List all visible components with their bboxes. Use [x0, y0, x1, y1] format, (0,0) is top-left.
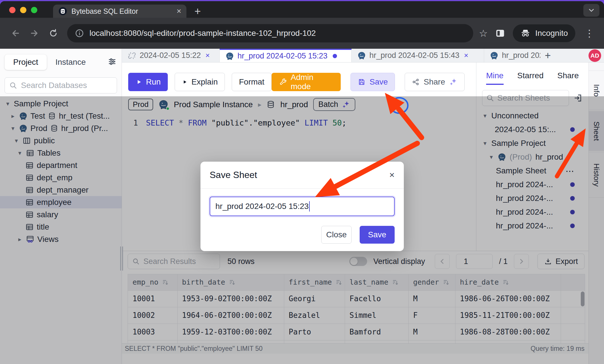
prev-page-button[interactable] [435, 254, 450, 269]
sheet-item-sample[interactable]: Sample Sheet ⋯ [476, 164, 589, 178]
sort-icon[interactable] [443, 279, 450, 286]
tree-item-table-dept-manager[interactable]: dept_manager [0, 184, 122, 196]
minimize-window-button[interactable] [20, 7, 26, 13]
tree-item-tables-group[interactable]: ▾ Tables [0, 147, 122, 159]
cell[interactable]: 1954-05-01T00:00:00Z [177, 340, 284, 343]
filter-button[interactable] [107, 57, 117, 68]
cell[interactable]: Parto [284, 324, 345, 340]
database-name[interactable]: hr_prod [280, 100, 308, 109]
cell[interactable]: M [408, 340, 455, 343]
tab-share[interactable]: Share [557, 71, 579, 80]
dialog-close-button[interactable]: Close [321, 226, 352, 244]
sheet-item[interactable]: hr_prod 2024-... [476, 219, 589, 233]
cell[interactable]: 10001 [128, 290, 177, 307]
chevron-down-icon[interactable]: ▾ [13, 137, 20, 144]
editor-tab-active[interactable]: hr_prod 2024-02-05 15:23 [220, 49, 352, 62]
sheet-group-unconnected[interactable]: ▾ Unconnected [476, 109, 589, 123]
vertical-display-toggle[interactable] [349, 257, 367, 266]
column-header[interactable]: gender [408, 274, 455, 290]
new-tab-button[interactable]: + [194, 6, 201, 16]
chevron-right-icon[interactable]: ▸ [10, 113, 16, 120]
sheet-item[interactable]: hr_prod 2024-... [476, 205, 589, 219]
cell[interactable]: Georgi [284, 290, 345, 307]
cell[interactable]: 1986-06-26T00:00:00Z [455, 290, 561, 307]
sort-icon[interactable] [162, 279, 169, 286]
sort-icon[interactable] [392, 279, 399, 286]
table-row[interactable]: 100021964-06-02T00:00:00ZBezalelSimmelF1… [128, 307, 585, 324]
open-sheet-icon[interactable] [573, 93, 583, 103]
tab-mine[interactable]: Mine [486, 71, 504, 85]
cell[interactable]: 10003 [128, 324, 177, 340]
tree-item-prod-db[interactable]: ▾ Prod hr_prod (Pr... [0, 122, 122, 134]
sort-icon[interactable] [229, 279, 236, 286]
sheet-connection[interactable]: ▾ (Prod) hr_prod [476, 150, 589, 164]
tab-instance[interactable]: Instance [47, 54, 94, 70]
tree-item-table-employee-selected[interactable]: employee [0, 196, 122, 208]
user-avatar[interactable]: AD [589, 49, 601, 62]
cell[interactable]: Facello [345, 290, 408, 307]
browser-menu-icon[interactable]: ⋮ [583, 28, 596, 39]
tab-sheet[interactable]: Sheet [589, 111, 604, 151]
search-databases-input[interactable]: Search Databases [5, 77, 117, 93]
tab-info[interactable]: Info [589, 71, 604, 110]
address-bar[interactable]: localhost:8080/sql-editor/prod-sample-in… [67, 24, 473, 42]
tab-starred[interactable]: Starred [517, 71, 544, 80]
window-controls[interactable] [9, 7, 37, 13]
editor-tab-unsaved[interactable]: 2024-02-05 15:22 × [122, 49, 220, 62]
cell[interactable]: M [408, 324, 455, 340]
maximize-window-button[interactable] [31, 7, 37, 13]
cell[interactable]: Bezalel [284, 307, 345, 324]
table-row[interactable]: 100031959-12-03T00:00:00ZPartoBamfordM19… [128, 324, 585, 340]
sheet-item[interactable]: hr_prod 2024-... [476, 178, 589, 191]
editor-tab-1543[interactable]: hr_prod 2024-02-05 15:43 × [352, 49, 484, 62]
tree-item-test-db[interactable]: ▸ Test hr_test (Test... [0, 110, 122, 122]
grid-scrollbar[interactable] [581, 291, 584, 306]
close-dialog-icon[interactable]: × [389, 170, 395, 180]
cell[interactable]: M [408, 290, 455, 307]
sheet-group-project[interactable]: ▾ Sample Project [476, 136, 589, 150]
cell[interactable]: Chirstian [284, 340, 345, 343]
close-tab-icon[interactable]: × [464, 51, 468, 60]
chevron-down-icon[interactable]: ▾ [488, 154, 494, 161]
sql-code-line[interactable]: 1 SELECT * FROM "public"."employee" LIMI… [132, 118, 476, 127]
new-sheet-tab-button[interactable]: + [540, 49, 555, 62]
close-tab-icon[interactable]: × [177, 7, 181, 16]
cell[interactable]: 1964-06-02T00:00:00Z [177, 307, 284, 324]
sort-icon[interactable] [502, 279, 510, 286]
cell[interactable]: Koblick [345, 340, 408, 343]
admin-mode-button[interactable]: Admin mode [272, 73, 341, 91]
tab-history[interactable]: History [589, 152, 604, 198]
environment-chip[interactable]: Prod [128, 99, 153, 110]
column-header[interactable]: birth_date [177, 274, 284, 290]
tree-item-table-salary[interactable]: salary [0, 208, 122, 221]
table-row[interactable]: 100011953-09-02T00:00:00ZGeorgiFacelloM1… [128, 290, 585, 307]
sheet-item[interactable]: 2024-02-05 15:... [476, 123, 589, 136]
share-button[interactable]: Share [405, 73, 465, 91]
cell[interactable]: 1959-12-03T00:00:00Z [177, 324, 284, 340]
tree-item-table-dept-emp[interactable]: dept_emp [0, 171, 122, 184]
cell[interactable]: 1985-11-21T00:00:00Z [455, 307, 561, 324]
next-page-button[interactable] [514, 254, 529, 269]
sheet-name-input[interactable]: hr_prod 2024-02-05 15:23 [210, 197, 395, 216]
cell[interactable]: 1953-09-02T00:00:00Z [177, 290, 284, 307]
cell[interactable]: F [408, 307, 455, 324]
sort-icon[interactable] [335, 279, 343, 286]
instance-name[interactable]: Prod Sample Instance [174, 100, 253, 109]
column-header[interactable]: hire_date [455, 274, 561, 290]
run-button[interactable]: Run [128, 73, 168, 91]
cell[interactable]: 1986-08-28T00:00:00Z [455, 324, 561, 340]
cell[interactable]: 10002 [128, 307, 177, 324]
page-number-input[interactable] [456, 254, 493, 269]
column-header[interactable]: emp_no [128, 274, 177, 290]
chevron-right-icon[interactable]: ▸ [17, 236, 23, 243]
tree-item-table-department[interactable]: department [0, 159, 122, 171]
browser-tab[interactable]: Bytebase SQL Editor × [53, 5, 186, 18]
cell[interactable]: Bamford [345, 324, 408, 340]
site-info-icon[interactable] [75, 28, 84, 38]
tab-search-button[interactable] [583, 4, 599, 17]
chevron-down-icon[interactable]: ▾ [482, 140, 488, 147]
more-menu-icon[interactable]: ⋯ [566, 166, 575, 176]
sidebar-resize-handle[interactable] [120, 246, 123, 271]
bookmark-star-icon[interactable]: ☆ [479, 28, 488, 39]
close-tab-icon[interactable]: × [205, 51, 210, 60]
